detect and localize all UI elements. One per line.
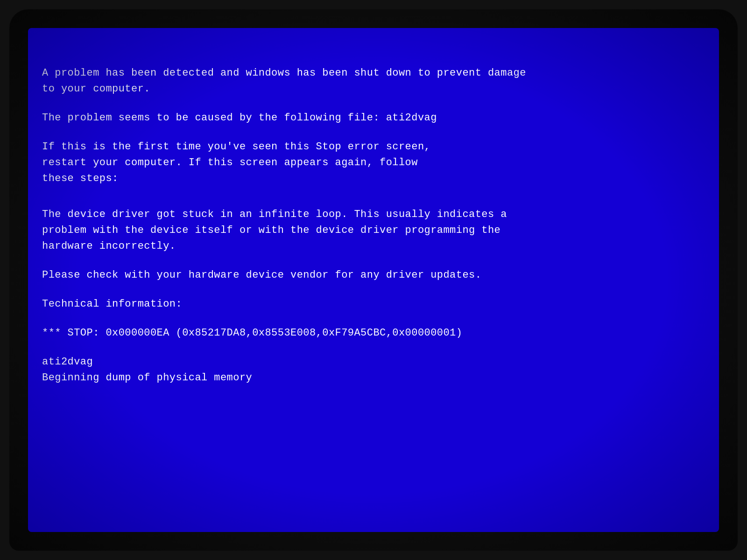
spacer-2 xyxy=(42,126,705,139)
spacer-4 xyxy=(42,200,705,207)
bsod-line-5: restart your computer. If this screen ap… xyxy=(42,155,705,171)
spacer-1 xyxy=(42,97,705,110)
spacer-5 xyxy=(42,254,705,267)
spacer-7 xyxy=(42,312,705,325)
spacer-6 xyxy=(42,283,705,296)
bsod-line-9: hardware incorrectly. xyxy=(42,238,705,254)
bsod-content: A problem has been detected and windows … xyxy=(42,65,705,386)
spacer-8 xyxy=(42,341,705,354)
bsod-line-8: problem with the device itself or with t… xyxy=(42,223,705,238)
bsod-dump-line: Beginning dump of physical memory xyxy=(42,370,705,386)
bsod-stop-code: *** STOP: 0x000000EA (0x85217DA8,0x8553E… xyxy=(42,325,705,341)
spacer-3 xyxy=(42,187,705,200)
bsod-line-3: The problem seems to be caused by the fo… xyxy=(42,110,705,126)
bsod-driver-name: ati2dvag xyxy=(42,354,705,370)
bsod-line-10: Please check with your hardware device v… xyxy=(42,267,705,283)
monitor-outer: A problem has been detected and windows … xyxy=(9,9,738,551)
bsod-line-11: Technical information: xyxy=(42,296,705,312)
bsod-line-6: these steps: xyxy=(42,171,705,187)
bsod-line-4: If this is the first time you've seen th… xyxy=(42,139,705,155)
bsod-screen: A problem has been detected and windows … xyxy=(28,28,719,532)
bsod-line-7: The device driver got stuck in an infini… xyxy=(42,207,705,223)
bsod-line-1: A problem has been detected and windows … xyxy=(42,65,705,81)
bsod-line-2: to your computer. xyxy=(42,81,705,97)
